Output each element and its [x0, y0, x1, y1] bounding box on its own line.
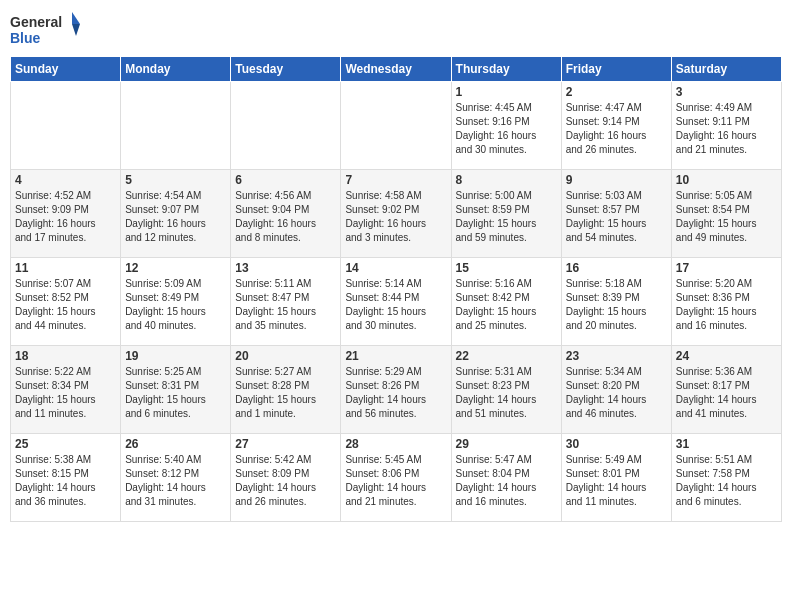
calendar-cell: 16Sunrise: 5:18 AM Sunset: 8:39 PM Dayli…: [561, 258, 671, 346]
calendar-cell: [231, 82, 341, 170]
day-number: 24: [676, 349, 777, 363]
day-number: 18: [15, 349, 116, 363]
day-number: 7: [345, 173, 446, 187]
calendar-cell: 10Sunrise: 5:05 AM Sunset: 8:54 PM Dayli…: [671, 170, 781, 258]
day-number: 23: [566, 349, 667, 363]
day-info: Sunrise: 5:11 AM Sunset: 8:47 PM Dayligh…: [235, 277, 336, 333]
day-info: Sunrise: 4:54 AM Sunset: 9:07 PM Dayligh…: [125, 189, 226, 245]
day-number: 15: [456, 261, 557, 275]
calendar-cell: 29Sunrise: 5:47 AM Sunset: 8:04 PM Dayli…: [451, 434, 561, 522]
day-info: Sunrise: 4:45 AM Sunset: 9:16 PM Dayligh…: [456, 101, 557, 157]
calendar-cell: 11Sunrise: 5:07 AM Sunset: 8:52 PM Dayli…: [11, 258, 121, 346]
calendar-cell: 28Sunrise: 5:45 AM Sunset: 8:06 PM Dayli…: [341, 434, 451, 522]
logo-svg: General Blue: [10, 10, 80, 50]
day-info: Sunrise: 5:51 AM Sunset: 7:58 PM Dayligh…: [676, 453, 777, 509]
day-number: 14: [345, 261, 446, 275]
day-info: Sunrise: 5:34 AM Sunset: 8:20 PM Dayligh…: [566, 365, 667, 421]
day-number: 13: [235, 261, 336, 275]
calendar-cell: 15Sunrise: 5:16 AM Sunset: 8:42 PM Dayli…: [451, 258, 561, 346]
day-number: 4: [15, 173, 116, 187]
day-header-tuesday: Tuesday: [231, 57, 341, 82]
calendar-week-5: 25Sunrise: 5:38 AM Sunset: 8:15 PM Dayli…: [11, 434, 782, 522]
svg-marker-3: [72, 24, 80, 36]
day-info: Sunrise: 5:14 AM Sunset: 8:44 PM Dayligh…: [345, 277, 446, 333]
day-number: 2: [566, 85, 667, 99]
day-info: Sunrise: 5:40 AM Sunset: 8:12 PM Dayligh…: [125, 453, 226, 509]
svg-text:Blue: Blue: [10, 30, 41, 46]
day-info: Sunrise: 5:05 AM Sunset: 8:54 PM Dayligh…: [676, 189, 777, 245]
day-number: 25: [15, 437, 116, 451]
day-header-wednesday: Wednesday: [341, 57, 451, 82]
day-number: 12: [125, 261, 226, 275]
calendar-cell: 18Sunrise: 5:22 AM Sunset: 8:34 PM Dayli…: [11, 346, 121, 434]
calendar-week-1: 1Sunrise: 4:45 AM Sunset: 9:16 PM Daylig…: [11, 82, 782, 170]
calendar-cell: [341, 82, 451, 170]
day-number: 1: [456, 85, 557, 99]
day-info: Sunrise: 5:27 AM Sunset: 8:28 PM Dayligh…: [235, 365, 336, 421]
calendar-cell: 9Sunrise: 5:03 AM Sunset: 8:57 PM Daylig…: [561, 170, 671, 258]
day-number: 29: [456, 437, 557, 451]
day-info: Sunrise: 5:25 AM Sunset: 8:31 PM Dayligh…: [125, 365, 226, 421]
day-header-thursday: Thursday: [451, 57, 561, 82]
calendar-cell: 4Sunrise: 4:52 AM Sunset: 9:09 PM Daylig…: [11, 170, 121, 258]
day-number: 28: [345, 437, 446, 451]
calendar-week-4: 18Sunrise: 5:22 AM Sunset: 8:34 PM Dayli…: [11, 346, 782, 434]
day-number: 10: [676, 173, 777, 187]
day-info: Sunrise: 5:07 AM Sunset: 8:52 PM Dayligh…: [15, 277, 116, 333]
day-number: 30: [566, 437, 667, 451]
day-info: Sunrise: 5:09 AM Sunset: 8:49 PM Dayligh…: [125, 277, 226, 333]
calendar-cell: 5Sunrise: 4:54 AM Sunset: 9:07 PM Daylig…: [121, 170, 231, 258]
day-info: Sunrise: 5:36 AM Sunset: 8:17 PM Dayligh…: [676, 365, 777, 421]
calendar-cell: 22Sunrise: 5:31 AM Sunset: 8:23 PM Dayli…: [451, 346, 561, 434]
day-info: Sunrise: 5:47 AM Sunset: 8:04 PM Dayligh…: [456, 453, 557, 509]
calendar-week-3: 11Sunrise: 5:07 AM Sunset: 8:52 PM Dayli…: [11, 258, 782, 346]
day-number: 16: [566, 261, 667, 275]
day-number: 26: [125, 437, 226, 451]
day-number: 11: [15, 261, 116, 275]
svg-text:General: General: [10, 14, 62, 30]
day-info: Sunrise: 4:56 AM Sunset: 9:04 PM Dayligh…: [235, 189, 336, 245]
calendar-cell: 12Sunrise: 5:09 AM Sunset: 8:49 PM Dayli…: [121, 258, 231, 346]
day-info: Sunrise: 5:42 AM Sunset: 8:09 PM Dayligh…: [235, 453, 336, 509]
day-info: Sunrise: 5:49 AM Sunset: 8:01 PM Dayligh…: [566, 453, 667, 509]
day-info: Sunrise: 4:47 AM Sunset: 9:14 PM Dayligh…: [566, 101, 667, 157]
day-number: 31: [676, 437, 777, 451]
calendar-cell: 1Sunrise: 4:45 AM Sunset: 9:16 PM Daylig…: [451, 82, 561, 170]
day-header-monday: Monday: [121, 57, 231, 82]
day-number: 5: [125, 173, 226, 187]
day-number: 21: [345, 349, 446, 363]
day-number: 22: [456, 349, 557, 363]
calendar-cell: 8Sunrise: 5:00 AM Sunset: 8:59 PM Daylig…: [451, 170, 561, 258]
svg-marker-2: [72, 12, 80, 24]
day-number: 27: [235, 437, 336, 451]
calendar-cell: 7Sunrise: 4:58 AM Sunset: 9:02 PM Daylig…: [341, 170, 451, 258]
logo: General Blue: [10, 10, 80, 50]
calendar-table: SundayMondayTuesdayWednesdayThursdayFrid…: [10, 56, 782, 522]
calendar-cell: 26Sunrise: 5:40 AM Sunset: 8:12 PM Dayli…: [121, 434, 231, 522]
day-number: 19: [125, 349, 226, 363]
calendar-cell: 20Sunrise: 5:27 AM Sunset: 8:28 PM Dayli…: [231, 346, 341, 434]
calendar-cell: 14Sunrise: 5:14 AM Sunset: 8:44 PM Dayli…: [341, 258, 451, 346]
day-info: Sunrise: 5:00 AM Sunset: 8:59 PM Dayligh…: [456, 189, 557, 245]
calendar-cell: 30Sunrise: 5:49 AM Sunset: 8:01 PM Dayli…: [561, 434, 671, 522]
calendar-cell: 19Sunrise: 5:25 AM Sunset: 8:31 PM Dayli…: [121, 346, 231, 434]
calendar-cell: 3Sunrise: 4:49 AM Sunset: 9:11 PM Daylig…: [671, 82, 781, 170]
calendar-cell: 2Sunrise: 4:47 AM Sunset: 9:14 PM Daylig…: [561, 82, 671, 170]
day-info: Sunrise: 5:29 AM Sunset: 8:26 PM Dayligh…: [345, 365, 446, 421]
calendar-cell: 27Sunrise: 5:42 AM Sunset: 8:09 PM Dayli…: [231, 434, 341, 522]
calendar-cell: 21Sunrise: 5:29 AM Sunset: 8:26 PM Dayli…: [341, 346, 451, 434]
day-header-sunday: Sunday: [11, 57, 121, 82]
day-info: Sunrise: 5:38 AM Sunset: 8:15 PM Dayligh…: [15, 453, 116, 509]
day-number: 9: [566, 173, 667, 187]
day-info: Sunrise: 4:49 AM Sunset: 9:11 PM Dayligh…: [676, 101, 777, 157]
day-info: Sunrise: 4:58 AM Sunset: 9:02 PM Dayligh…: [345, 189, 446, 245]
calendar-cell: [121, 82, 231, 170]
day-number: 6: [235, 173, 336, 187]
calendar-cell: 23Sunrise: 5:34 AM Sunset: 8:20 PM Dayli…: [561, 346, 671, 434]
calendar-cell: 6Sunrise: 4:56 AM Sunset: 9:04 PM Daylig…: [231, 170, 341, 258]
day-info: Sunrise: 5:16 AM Sunset: 8:42 PM Dayligh…: [456, 277, 557, 333]
day-number: 8: [456, 173, 557, 187]
day-info: Sunrise: 4:52 AM Sunset: 9:09 PM Dayligh…: [15, 189, 116, 245]
day-info: Sunrise: 5:20 AM Sunset: 8:36 PM Dayligh…: [676, 277, 777, 333]
day-info: Sunrise: 5:18 AM Sunset: 8:39 PM Dayligh…: [566, 277, 667, 333]
